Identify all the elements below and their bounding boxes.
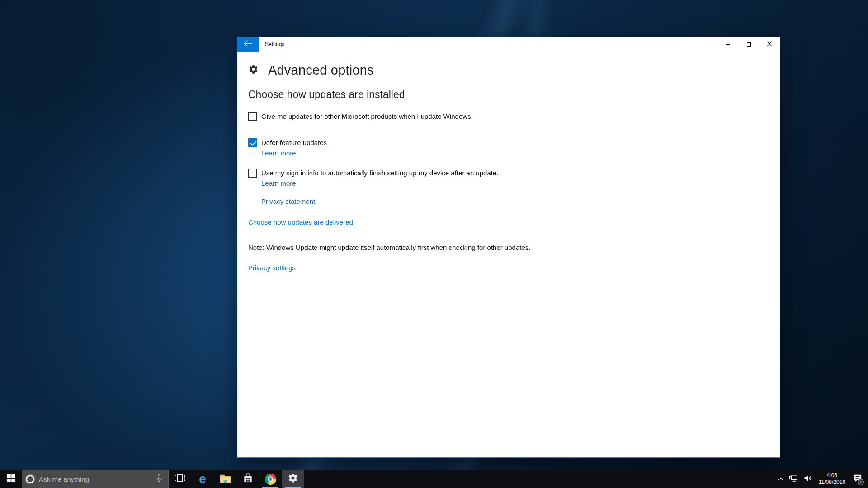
system-tray: 4:06 11/08/2016 1: [775, 470, 868, 488]
volume-button[interactable]: [801, 470, 815, 488]
update-note: Note: Windows Update might update itself…: [248, 244, 531, 251]
tray-overflow-button[interactable]: [775, 470, 787, 488]
checkbox-sign-in-info[interactable]: [248, 169, 257, 178]
store-button[interactable]: [236, 470, 259, 488]
section-heading: Choose how updates are installed: [248, 89, 405, 101]
window-title: Settings: [265, 37, 284, 52]
page-title: Advanced options: [268, 63, 374, 78]
minimize-button[interactable]: [717, 37, 738, 52]
checkbox-label: Use my sign in info to automatically fin…: [261, 169, 498, 178]
microphone-icon[interactable]: [155, 473, 164, 485]
checkbox-defer-updates[interactable]: [248, 138, 257, 147]
checkbox-row-sign-in-info: Use my sign in info to automatically fin…: [248, 169, 498, 178]
maximize-button[interactable]: [738, 37, 759, 52]
maximize-icon: [747, 42, 751, 47]
close-button[interactable]: [759, 37, 780, 52]
chevron-up-icon: [778, 475, 784, 483]
settings-window: Settings Advanced options Choose how upd…: [237, 37, 780, 458]
taskbar-search[interactable]: [22, 470, 169, 488]
checkbox-row-ms-products: Give me updates for other Microsoft prod…: [248, 112, 473, 121]
action-center-button[interactable]: 1: [849, 470, 866, 488]
file-explorer-button[interactable]: [214, 470, 236, 488]
learn-more-link-sign-in[interactable]: Learn more: [261, 179, 296, 188]
chrome-icon: [265, 474, 276, 485]
show-desktop-button[interactable]: [866, 470, 868, 488]
minimize-icon: [726, 44, 730, 45]
checkbox-label: Give me updates for other Microsoft prod…: [261, 112, 473, 121]
store-icon: [243, 473, 253, 485]
tray-date: 11/08/2016: [819, 479, 845, 486]
privacy-statement-link[interactable]: Privacy statement: [261, 197, 315, 206]
network-button[interactable]: [787, 470, 801, 488]
search-input[interactable]: [39, 475, 155, 483]
close-icon: [767, 40, 772, 48]
cortana-icon: [26, 475, 34, 483]
volume-icon: [803, 474, 812, 484]
settings-taskbar-button[interactable]: [282, 470, 304, 488]
gear-icon: [248, 64, 259, 76]
tray-time: 4:06: [827, 472, 837, 479]
titlebar[interactable]: Settings: [237, 37, 780, 52]
start-button[interactable]: [0, 470, 22, 488]
choose-delivery-link[interactable]: Choose how updates are delivered: [248, 218, 353, 226]
back-button[interactable]: [237, 37, 259, 52]
privacy-settings-link[interactable]: Privacy settings: [248, 264, 296, 272]
settings-gear-icon: [288, 473, 298, 485]
chrome-button[interactable]: [259, 470, 282, 488]
clock[interactable]: 4:06 11/08/2016: [815, 470, 849, 488]
checkbox-label: Defer feature updates: [261, 138, 327, 147]
page-header: Advanced options: [248, 63, 374, 78]
file-explorer-icon: [220, 474, 231, 485]
checkbox-row-defer-updates: Defer feature updates: [248, 138, 327, 147]
taskbar: e: [0, 470, 868, 488]
notification-badge: 1: [858, 479, 864, 485]
task-view-button[interactable]: [169, 470, 191, 488]
checkbox-ms-products[interactable]: [248, 112, 257, 121]
start-icon: [7, 474, 15, 484]
learn-more-link-defer[interactable]: Learn more: [261, 149, 296, 157]
arrow-left-icon: [243, 39, 253, 49]
network-icon: [789, 474, 798, 484]
edge-icon: e: [199, 473, 206, 485]
window-controls: [717, 37, 780, 52]
edge-button[interactable]: e: [191, 470, 214, 488]
task-view-icon: [174, 473, 186, 485]
